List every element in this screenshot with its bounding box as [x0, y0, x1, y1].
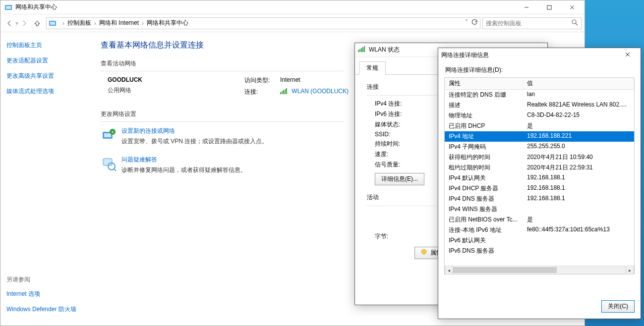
svg-rect-24	[361, 48, 362, 52]
property-cell: IPv4 子网掩码	[445, 142, 523, 152]
table-row[interactable]: 已启用 DHCP是	[445, 121, 634, 131]
svg-rect-3	[547, 5, 551, 9]
nav-up-button[interactable]	[31, 17, 43, 29]
sidebar-item-media-streaming[interactable]: 媒体流式处理选项	[6, 87, 91, 96]
media-state-label: 媒体状态:	[375, 120, 434, 129]
details-button[interactable]: 详细信息(E)...	[375, 173, 424, 185]
breadcrumb-segment[interactable]: 控制面板	[67, 19, 91, 27]
minimize-button[interactable]	[515, 0, 538, 14]
breadcrumb-segment[interactable]: 网络和 Internet	[99, 19, 139, 27]
breadcrumb-segment[interactable]: 网络和共享中心	[147, 19, 188, 27]
see-also-defender-firewall[interactable]: Windows Defender 防火墙	[6, 305, 91, 314]
see-also-internet-options[interactable]: Internet 选项	[6, 290, 91, 298]
scroll-left-button[interactable]: ◂	[445, 266, 453, 274]
property-cell: IPv4 WINS 服务器	[445, 205, 523, 214]
breadcrumb-dropdown-icon[interactable]: ˅	[465, 19, 468, 27]
property-cell: IPv4 地址	[445, 132, 523, 141]
table-row[interactable]: 描述Realtek 8821AE Wireless LAN 802.11ac	[445, 100, 634, 110]
connection-details-dialog: 网络连接详细信息 网络连接详细信息(D): 属性 值 连接特定的 DNS 后缀l…	[438, 48, 641, 319]
property-cell: 已启用 NetBIOS over Tc...	[445, 215, 523, 224]
close-button[interactable]: 关闭(C)	[601, 300, 635, 313]
table-row[interactable]: IPv6 DNS 服务器	[445, 246, 634, 256]
window-title: 网络和共享中心	[15, 3, 57, 11]
value-cell: 是	[523, 215, 634, 224]
sidebar-item-advanced-sharing[interactable]: 更改高级共享设置	[6, 72, 91, 80]
svg-rect-13	[285, 89, 286, 94]
table-row[interactable]: IPv6 默认网关	[445, 235, 634, 246]
table-row[interactable]: IPv4 默认网关192.168.188.1	[445, 173, 634, 183]
value-cell: 192.168.188.221	[523, 132, 634, 141]
access-type-label: 访问类型:	[244, 76, 280, 85]
details-table: 属性 值 连接特定的 DNS 后缀lan描述Realtek 8821AE Wir…	[444, 77, 635, 274]
table-body[interactable]: 连接特定的 DNS 后缀lan描述Realtek 8821AE Wireless…	[445, 90, 634, 266]
value-cell: 是	[523, 121, 634, 131]
table-row[interactable]: 租约过期的时间2020年4月21日 22:59:31	[445, 163, 634, 173]
svg-rect-23	[359, 49, 360, 52]
close-button[interactable]	[561, 0, 584, 14]
troubleshoot-link[interactable]: 问题疑难解答	[121, 156, 157, 164]
connection-label: 连接:	[244, 88, 280, 96]
table-row[interactable]: IPv4 WINS 服务器	[445, 204, 634, 215]
divider	[101, 71, 344, 71]
scroll-right-button[interactable]: ▸	[626, 266, 634, 274]
value-cell	[523, 205, 634, 214]
property-cell: 租约过期的时间	[445, 163, 523, 172]
value-cell	[523, 236, 634, 245]
table-row[interactable]: 已启用 NetBIOS over Tc...是	[445, 215, 634, 225]
sidebar-item-home[interactable]: 控制面板主页	[6, 41, 91, 50]
breadcrumb[interactable]: › 控制面板 › 网络和 Internet › 网络和共享中心 ˅	[46, 17, 480, 29]
table-row[interactable]: IPv4 子网掩码255.255.255.0	[445, 142, 634, 152]
table-header: 属性 值	[445, 78, 634, 90]
network-type: 公用网络	[108, 86, 244, 95]
ipv6-conn-label: IPv6 连接:	[375, 110, 434, 118]
table-row[interactable]: 物理地址C8-3D-D4-82-22-15	[445, 110, 634, 121]
details-dialog-titlebar[interactable]: 网络连接详细信息	[438, 48, 641, 62]
value-cell: 255.255.255.0	[523, 142, 634, 152]
search-icon[interactable]	[572, 19, 578, 27]
sidebar-item-adapter-settings[interactable]: 更改适配器设置	[6, 56, 91, 65]
table-row[interactable]: 连接特定的 DNS 后缀lan	[445, 90, 634, 100]
search-box[interactable]	[482, 17, 582, 29]
nav-forward-button[interactable]	[18, 17, 30, 29]
property-cell: IPv4 DNS 服务器	[445, 194, 523, 204]
value-cell: 192.168.188.1	[523, 173, 634, 183]
nav-back-button[interactable]	[3, 17, 15, 29]
col-value[interactable]: 值	[523, 78, 634, 89]
horizontal-scrollbar[interactable]: ◂ ▸	[445, 266, 634, 274]
connection-link[interactable]: WLAN (GOODLUCK)	[292, 88, 349, 95]
svg-rect-26	[364, 46, 365, 52]
table-row[interactable]: 获得租约的时间2020年4月21日 10:59:40	[445, 152, 634, 163]
signal-quality-label: 信号质量:	[375, 161, 434, 169]
bytes-label: 字节:	[375, 232, 388, 241]
wifi-signal-icon	[280, 88, 287, 94]
property-cell: 连接-本地 IPv6 地址	[445, 225, 523, 235]
property-cell: IPv4 默认网关	[445, 173, 523, 183]
svg-rect-19	[103, 159, 112, 165]
svg-line-21	[114, 169, 116, 171]
table-row[interactable]: IPv4 DNS 服务器192.168.188.1	[445, 194, 634, 204]
scroll-track[interactable]	[453, 266, 626, 274]
search-input[interactable]	[486, 20, 572, 27]
property-cell: 物理地址	[445, 111, 523, 120]
setup-connection-link[interactable]: 设置新的连接或网络	[121, 127, 175, 135]
table-row[interactable]: IPv4 DHCP 服务器192.168.188.1	[445, 183, 634, 194]
value-cell: Realtek 8821AE Wireless LAN 802.11ac	[523, 101, 634, 110]
close-button[interactable]	[618, 52, 638, 58]
tab-general[interactable]: 常规	[359, 61, 386, 75]
scroll-thumb[interactable]	[453, 267, 557, 273]
sidebar: 控制面板主页 更改适配器设置 更改高级共享设置 媒体流式处理选项 另请参阅 In…	[0, 32, 96, 326]
speed-label: 速度:	[375, 150, 434, 159]
maximize-button[interactable]	[538, 0, 561, 14]
property-cell: IPv4 DHCP 服务器	[445, 184, 523, 193]
chevron-right-icon: ›	[94, 20, 96, 27]
table-row[interactable]: 连接-本地 IPv6 地址fe80::44f5:327a:10d1:65ca%1…	[445, 225, 634, 235]
svg-rect-10	[280, 92, 281, 94]
refresh-icon[interactable]	[471, 19, 478, 27]
titlebar[interactable]: 网络和共享中心	[0, 0, 585, 14]
see-also-header: 另请参阅	[6, 275, 91, 284]
value-cell: 2020年4月21日 10:59:40	[523, 153, 634, 162]
table-row[interactable]: IPv4 地址192.168.188.221	[445, 131, 634, 142]
col-property[interactable]: 属性	[445, 78, 523, 89]
breadcrumb-icon	[49, 19, 57, 27]
value-cell: C8-3D-D4-82-22-15	[523, 111, 634, 120]
